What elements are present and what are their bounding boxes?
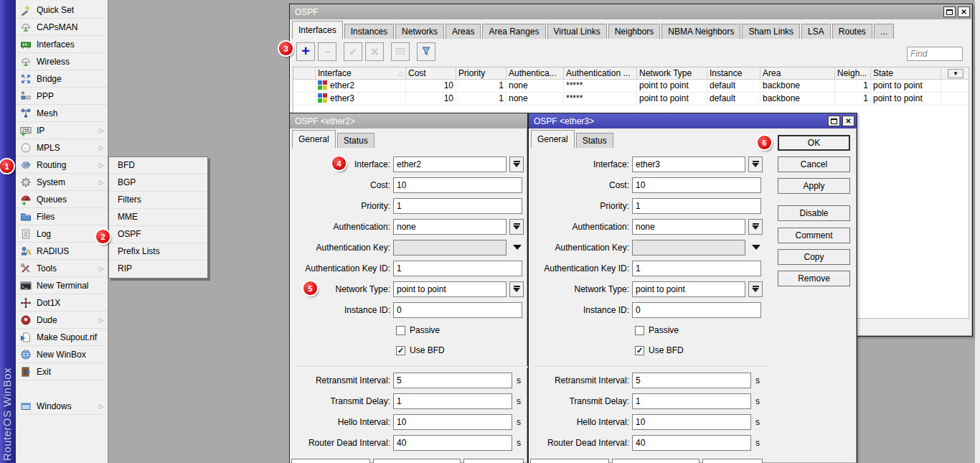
ether3-priority-field[interactable]: 1	[632, 198, 761, 214]
sidebar-item-capsman[interactable]: CAPsMAN	[16, 19, 108, 36]
ether2-transmit-delay-field[interactable]: 1	[393, 393, 512, 409]
sidebar-item-quick-set[interactable]: Quick Set	[16, 1, 108, 19]
ether3-passive-checkbox[interactable]	[635, 326, 644, 335]
sidebar-item-interfaces[interactable]: Interfaces	[16, 36, 108, 53]
sidebar-item-files[interactable]: Files	[16, 208, 108, 225]
tab-interfaces[interactable]: Interfaces	[292, 21, 343, 39]
column-header-cost[interactable]: Cost	[406, 67, 456, 79]
table-row-ether3[interactable]: ether3101none*****point to pointdefaultb…	[293, 93, 969, 106]
dropdown-icon[interactable]	[748, 156, 763, 172]
ether3-tab-status[interactable]: Status	[576, 133, 613, 148]
column-header-state[interactable]: State	[871, 67, 941, 79]
find-input[interactable]	[907, 47, 963, 61]
close-icon[interactable]: ✕	[958, 6, 970, 17]
ok-button[interactable]: OK	[778, 135, 850, 151]
sidebar-item-routing[interactable]: Routing▷	[16, 156, 108, 174]
column-header-interface[interactable]: Interface△	[316, 67, 406, 79]
dropdown-icon[interactable]	[509, 219, 524, 235]
tab-areas[interactable]: Areas	[446, 24, 481, 39]
tab-virtual-links[interactable]: Virtual Links	[547, 24, 607, 39]
maximize-icon[interactable]	[943, 6, 956, 17]
ether2-dialog-titlebar[interactable]: OSPF <ether2>	[290, 113, 527, 128]
ether2-tab-status[interactable]: Status	[337, 133, 374, 148]
sidebar-item-radius[interactable]: RADIUS	[16, 243, 108, 260]
ether3-use-bfd-checkbox[interactable]: ✓	[635, 346, 644, 355]
ether3-router-dead-interval-field[interactable]: 40	[632, 435, 751, 451]
ether3-instance-id-field[interactable]: 0	[632, 302, 761, 318]
apply-button[interactable]: Apply	[778, 178, 850, 194]
table-row-ether2[interactable]: ether2101none*****point to pointdefaultb…	[293, 80, 969, 93]
close-icon[interactable]: ✕	[842, 116, 854, 126]
sidebar-item-mpls[interactable]: MPLS▷	[16, 139, 108, 156]
dropdown-icon[interactable]	[509, 281, 524, 297]
column-header-instance[interactable]: Instance	[707, 67, 760, 79]
disable-button[interactable]: Disable	[778, 205, 850, 221]
ospf-window-titlebar[interactable]: OSPF ✕	[290, 4, 972, 19]
sidebar-item-queues[interactable]: Queues	[16, 191, 108, 208]
column-selector-icon[interactable]: ▼	[948, 69, 963, 78]
ether2-use-bfd-checkbox[interactable]: ✓	[396, 346, 405, 355]
sidebar-item-tools[interactable]: Tools▷	[16, 260, 108, 277]
dropdown-arrow-icon[interactable]	[513, 245, 522, 250]
dropdown-arrow-icon[interactable]	[752, 245, 760, 250]
cancel-button[interactable]: Cancel	[778, 156, 850, 172]
column-header-network-type[interactable]: Network Type	[637, 67, 707, 79]
tab-neighbors[interactable]: Neighbors	[608, 24, 661, 39]
dropdown-icon[interactable]	[748, 281, 763, 297]
copy-button[interactable]: Copy	[778, 249, 850, 265]
submenu-item-bfd[interactable]: BFD	[109, 157, 207, 174]
sidebar-item-dot1x[interactable]: Dot1X	[16, 294, 108, 312]
column-header-neigh[interactable]: Neigh...	[835, 67, 871, 79]
submenu-item-rip[interactable]: RIP	[109, 261, 207, 278]
sidebar-item-ip[interactable]: 255IP▷	[16, 122, 108, 139]
tab-area-ranges[interactable]: Area Ranges	[482, 24, 545, 39]
tab-sham-links[interactable]: Sham Links	[742, 24, 800, 39]
ether2-hello-interval-field[interactable]: 10	[393, 414, 512, 430]
tab-instances[interactable]: Instances	[344, 24, 394, 39]
ether2-authentication-field[interactable]: none	[393, 219, 507, 235]
submenu-item-ospf[interactable]: OSPF	[109, 226, 207, 243]
tab-lsa[interactable]: LSA	[801, 24, 831, 39]
submenu-item-bgp[interactable]: BGP	[109, 174, 207, 192]
ether2-network-type-field[interactable]: point to point	[393, 281, 507, 297]
sidebar-item-new-winbox[interactable]: New WinBox	[16, 346, 108, 363]
sidebar-item-windows[interactable]: Windows▷	[16, 398, 108, 415]
sidebar-item-make-supout-rif[interactable]: Make Supout.rif	[16, 329, 108, 346]
sidebar-item-wireless[interactable]: Wireless	[16, 53, 108, 70]
ether3-authentication-field[interactable]: none	[632, 219, 745, 235]
sidebar-item-exit[interactable]: Exit	[16, 363, 108, 380]
sidebar-item-log[interactable]: Log	[16, 225, 108, 243]
sidebar-item-ppp[interactable]: PPP	[16, 88, 108, 105]
ether2-interface-field[interactable]: ether2	[393, 156, 507, 172]
ether3-cost-field[interactable]: 10	[632, 177, 761, 193]
submenu-item-mme[interactable]: MME	[109, 209, 207, 226]
column-header-authentica[interactable]: Authentica...	[507, 67, 564, 79]
filter-button[interactable]	[417, 42, 435, 61]
sidebar-item-dude[interactable]: Dude▷	[16, 312, 108, 329]
dropdown-icon[interactable]	[748, 219, 763, 235]
ether3-tab-general[interactable]: General	[531, 130, 575, 148]
submenu-item-prefix-lists[interactable]: Prefix Lists	[109, 243, 207, 261]
comment-button[interactable]: Comment	[778, 228, 850, 243]
sidebar-item-system[interactable]: System▷	[16, 174, 108, 191]
ether2-retransmit-interval-field[interactable]: 5	[393, 373, 512, 388]
ether2-passive-checkbox[interactable]	[396, 326, 405, 335]
sidebar-item-bridge[interactable]: Bridge	[16, 70, 108, 88]
tab-[interactable]: ...	[874, 24, 894, 39]
ether3-retransmit-interval-field[interactable]: 5	[632, 373, 751, 388]
column-header-authentication[interactable]: Authentication ...	[564, 67, 637, 79]
tab-routes[interactable]: Routes	[832, 24, 872, 39]
ether2-priority-field[interactable]: 1	[393, 198, 522, 214]
ether2-authentication-key-id-field[interactable]: 1	[393, 261, 522, 276]
ether3-dialog-titlebar[interactable]: OSPF <ether3>✕	[529, 113, 857, 128]
ether2-tab-general[interactable]: General	[292, 130, 336, 148]
ether2-cost-field[interactable]: 10	[393, 177, 522, 193]
ether3-transmit-delay-field[interactable]: 1	[632, 393, 751, 409]
ether2-router-dead-interval-field[interactable]: 40	[393, 435, 512, 451]
add-button[interactable]: +	[296, 42, 315, 61]
submenu-item-filters[interactable]: Filters	[109, 192, 207, 209]
column-header-priority[interactable]: Priority	[456, 67, 507, 79]
sidebar-item-mesh[interactable]: Mesh	[16, 105, 108, 122]
ether3-network-type-field[interactable]: point to point	[632, 281, 745, 297]
remove-button[interactable]: Remove	[778, 271, 850, 286]
